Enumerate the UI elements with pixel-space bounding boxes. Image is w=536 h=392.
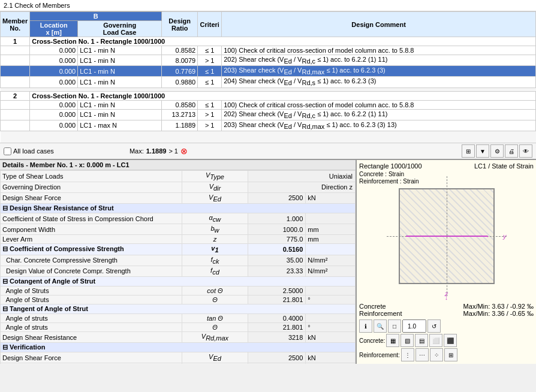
error-icon: ⊗ [180,146,188,156]
load-case-cell: LC1 - min N [78,77,162,88]
ratio-cell: 8.0079 [162,55,198,66]
info-btn[interactable]: ℹ [359,319,372,333]
table-row: 0.000 LC1 - min N 0.8582 ≤ 1 100) Check … [1,46,536,55]
rebar-btn4[interactable]: ⊞ [444,348,457,361]
detail-section-header: ⊟ Verification [1,343,356,352]
all-load-cases-checkbox-area[interactable]: All load cases [4,147,54,155]
header-location: Locationx [m] [30,21,78,37]
detail-unit [306,244,356,255]
detail-unit: kN [306,363,356,364]
detail-value: 2.5000 [248,286,306,295]
detail-value: 0.5160 [248,244,306,255]
detail-row: Angle of struts Θ 21.801 ° [1,322,356,331]
detail-row: Angle of Struts Θ 21.801 ° [1,295,356,304]
header-member-no: MemberNo. [1,12,30,37]
member-no-cell [1,46,30,55]
max-value: 1.1889 [146,147,167,155]
rebar-btn2[interactable]: ⋯ [415,348,429,361]
window-title: 2.1 Check of Members [0,0,536,11]
settings-btn[interactable]: ⚙ [490,144,504,158]
member-number: 2 [1,91,30,100]
load-case-cell: LC1 - min N [78,100,162,109]
zoom-reset-btn[interactable]: ↺ [427,319,441,333]
all-load-cases-label: All load cases [13,147,54,155]
detail-unit: ° [306,322,356,331]
detail-label: Design Shear Force [1,192,182,203]
member-no-cell [1,77,30,88]
comment-cell: 203) Shear check (VEd / VRd,max ≤ 1) acc… [222,66,536,77]
detail-value: 2500 [248,352,306,363]
location-cell: 0.000 [30,66,78,77]
member-number: 1 [1,37,30,46]
detail-row: Design Shear Resistance VRd,max 3218 kN [1,363,356,364]
detail-unit: mm [306,235,356,244]
stats-area: Concrete Max/Min: 3.63 / -0.92 ‰ Reinfor… [359,303,534,317]
location-cell: 0.000 [30,109,78,120]
table-row-selected[interactable]: 0.000 LC1 - min N 0.7769 ≤ 1 203) Shear … [1,66,536,77]
detail-symbol: Θ [182,322,248,331]
concrete-label-btn: Concrete: [359,337,385,344]
results-table: MemberNo. B DesignRatio Criteri Design C… [0,11,536,143]
pink-arrow [406,236,487,237]
detail-unit: kN [306,192,356,203]
detail-row: Design Value of Concrete Compr. Strength… [1,266,356,276]
table-toolbar-right: ⊞ ▼ ⚙ 🖨 👁 [462,144,532,158]
view-type-btn1[interactable]: □ [388,319,401,333]
concrete-btn2[interactable]: ▧ [401,334,414,347]
filter-btn[interactable]: ▼ [476,144,489,158]
reinforcement-stats: Reinforcement Max/Min: 3.36 / -0.65 ‰ [359,310,534,317]
location-cell: 0.000 [30,100,78,109]
bottom-area: Details - Member No. 1 - x: 0.000 m - LC… [0,160,536,364]
detail-row: Design Shear Resistance VRd,max 3218 kN [1,331,356,342]
concrete-btn5[interactable]: ⬛ [444,334,457,347]
print-btn[interactable]: 🖨 [505,144,518,158]
detail-label: Design Shear Force [1,352,182,363]
criterion-cell: > 1 [198,55,222,66]
detail-label: Angle of struts [1,313,182,322]
view-btn[interactable]: 👁 [519,144,532,158]
detail-symbol: VRd,max [182,363,248,364]
table-row: 0.000 LC1 - min N 0.9880 ≤ 1 204) Shear … [1,77,536,88]
detail-unit [306,286,356,295]
max-criterion: > 1 [168,147,178,155]
detail-symbol: tan Θ [182,313,248,322]
detail-value: 0.4000 [248,313,306,322]
details-scroll[interactable]: Type of Shear Loads VType Uniaxial Gover… [0,170,356,364]
detail-symbol: VRd,max [182,331,248,342]
rebar-btn1[interactable]: ⋮ [401,348,414,361]
all-load-cases-checkbox[interactable] [4,147,11,155]
rebar-btn3[interactable]: ⁘ [430,348,443,361]
concrete-btn1[interactable]: ▦ [386,334,399,347]
details-title: Details - Member No. 1 - x: 0.000 m - LC… [0,160,356,170]
comment-cell: 202) Shear check (VEd / VRd,c ≤ 1) acc. … [222,109,536,120]
table-row: 0.000 LC1 - min N 0.8580 ≤ 1 100) Check … [1,100,536,109]
concrete-btn3[interactable]: ▤ [415,334,428,347]
viz-toolbar3: Reinforcement: ⋮ ⋯ ⁘ ⊞ [359,348,534,361]
detail-unit [306,213,356,224]
export-table-btn[interactable]: ⊞ [462,144,475,158]
section-header-label: ⊟ Design Shear Resistance of Strut [1,204,356,213]
spacer-row2 [1,131,536,143]
detail-symbol: z [182,235,248,244]
detail-label: Coefficient of State of Stress in Compre… [1,213,182,224]
detail-symbol: VType [182,171,248,182]
detail-row: Design Shear Force VEd 2500 kN [1,352,356,363]
detail-value: 2500 [248,192,306,203]
detail-subsection: ⊟ Cotangent of Angle of Strut [1,276,356,286]
ratio-cell: 0.9880 [162,77,198,88]
viz-header: Rectangle 1000/1000 LC1 / State of Strai… [359,162,534,170]
criterion-cell: > 1 [198,109,222,120]
detail-row: Angle of Struts cot Θ 2.5000 [1,286,356,295]
ratio-cell: 13.2713 [162,109,198,120]
concrete-btn4[interactable]: ⬜ [429,334,442,347]
concrete-stats: Concrete Max/Min: 3.63 / -0.92 ‰ [359,303,534,310]
detail-value: Direction z [248,182,356,192]
table-row: 1 Cross-Section No. 1 - Rectangle 1000/1… [1,37,536,46]
zoom-input[interactable] [402,319,426,333]
search-zoom-btn[interactable]: 🔍 [374,319,387,333]
detail-row: Coefficient of State of Stress in Compre… [1,213,356,224]
member-no-cell [1,109,30,120]
section-diagram: → y z ↓ [399,188,495,284]
detail-subsection: ⊟ Coefficient of Compressive Strength v1… [1,244,356,255]
table-row: 0.000 LC1 - min N 13.2713 > 1 202) Shear… [1,109,536,120]
